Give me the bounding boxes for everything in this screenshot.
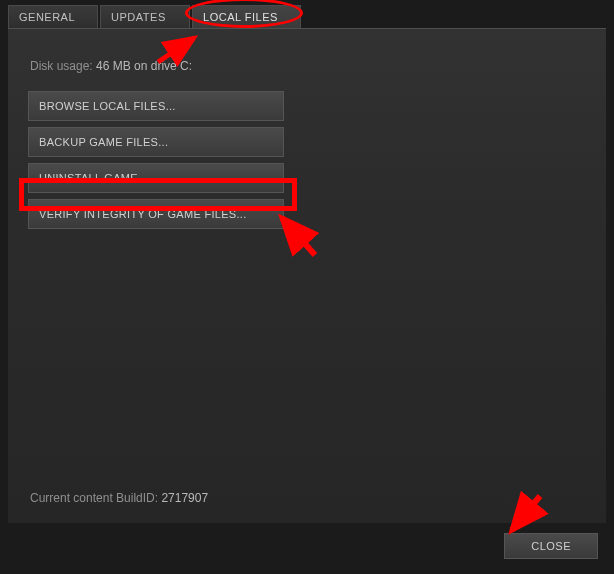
verify-integrity-button[interactable]: VERIFY INTEGRITY OF GAME FILES... [28, 199, 284, 229]
tab-local-files[interactable]: LOCAL FILES [192, 5, 301, 28]
build-id-text: Current content BuildID: 2717907 [30, 491, 208, 505]
disk-usage-text: Disk usage: 46 MB on drive C: [30, 59, 586, 73]
uninstall-game-button[interactable]: UNINSTALL GAME... [28, 163, 284, 193]
tab-general[interactable]: GENERAL [8, 5, 98, 28]
close-button[interactable]: CLOSE [504, 533, 598, 559]
browse-local-files-button[interactable]: BROWSE LOCAL FILES... [28, 91, 284, 121]
backup-game-files-button[interactable]: BACKUP GAME FILES... [28, 127, 284, 157]
footer: CLOSE [0, 523, 614, 569]
tab-bar: GENERAL UPDATES LOCAL FILES [0, 0, 614, 28]
content-panel: Disk usage: 46 MB on drive C: BROWSE LOC… [8, 29, 606, 523]
build-id-value: 2717907 [161, 491, 208, 505]
disk-usage-value: 46 MB on drive C: [96, 59, 192, 73]
build-id-label: Current content BuildID: [30, 491, 158, 505]
tab-updates[interactable]: UPDATES [100, 5, 190, 28]
disk-usage-label: Disk usage: [30, 59, 93, 73]
